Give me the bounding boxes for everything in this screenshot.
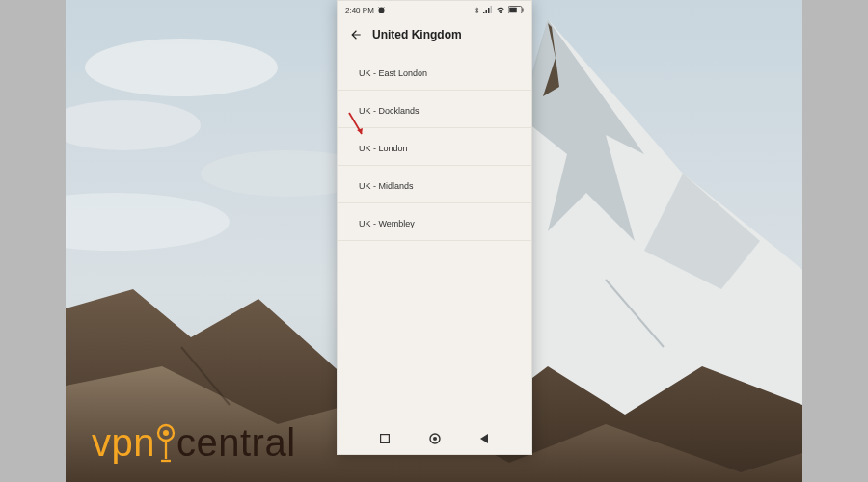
svg-point-1 [85, 39, 278, 96]
recents-icon[interactable] [377, 431, 393, 446]
svg-rect-12 [491, 6, 493, 13]
svg-point-6 [163, 430, 169, 436]
svg-point-18 [433, 437, 437, 441]
server-label: UK - Midlands [359, 181, 414, 191]
phone-frame: 2:40 PM [337, 0, 532, 455]
bluetooth-icon [474, 6, 480, 14]
letterbox-right [802, 0, 868, 482]
status-time: 2:40 PM [345, 6, 374, 14]
home-icon[interactable] [427, 431, 443, 446]
server-row[interactable]: UK - Docklands [338, 91, 531, 128]
server-label: UK - London [359, 144, 408, 153]
battery-icon [508, 6, 524, 13]
back-arrow-icon[interactable] [349, 28, 363, 41]
server-row[interactable]: UK - East London [338, 53, 531, 91]
letterbox-left [0, 0, 66, 482]
server-row[interactable]: UK - London [338, 128, 531, 166]
svg-rect-11 [488, 8, 490, 13]
page-title: United Kingdom [372, 28, 462, 41]
server-list: UK - East London UK - Docklands UK - Lon… [338, 53, 531, 423]
app-bar: United Kingdom [338, 18, 531, 53]
wifi-icon [496, 6, 505, 13]
back-icon[interactable] [477, 431, 493, 446]
svg-rect-14 [523, 9, 524, 12]
svg-rect-10 [486, 10, 488, 13]
alarm-icon [377, 6, 386, 14]
server-row[interactable]: UK - Wembley [338, 203, 531, 241]
svg-rect-15 [509, 8, 517, 13]
vpncentral-watermark: vpn central [92, 421, 296, 465]
watermark-central-text: central [176, 421, 296, 465]
server-row[interactable]: UK - Midlands [338, 166, 531, 203]
signal-icon [483, 6, 493, 13]
svg-rect-16 [380, 435, 389, 443]
android-nav-bar [338, 423, 531, 454]
svg-rect-9 [483, 12, 485, 13]
status-bar: 2:40 PM [338, 1, 531, 18]
stage: vpn central 2:40 PM [0, 0, 868, 482]
server-label: UK - East London [359, 68, 427, 78]
server-label: UK - Wembley [359, 219, 415, 228]
server-label: UK - Docklands [359, 106, 420, 116]
map-pin-icon [154, 423, 177, 464]
watermark-vpn-text: vpn [92, 421, 155, 465]
